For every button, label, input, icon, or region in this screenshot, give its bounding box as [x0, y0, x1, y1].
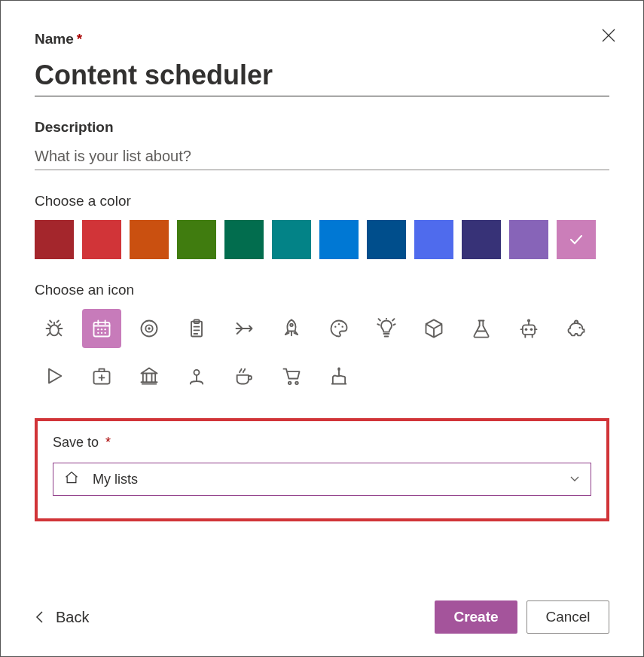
home-icon	[64, 470, 79, 489]
lightbulb-icon	[376, 318, 397, 339]
cake-icon	[328, 365, 349, 387]
cube-icon	[423, 318, 444, 339]
bank-icon	[139, 365, 160, 387]
icon-option-cart-icon[interactable]	[272, 356, 311, 396]
svg-point-24	[295, 382, 298, 385]
required-asterisk: *	[77, 31, 82, 47]
icon-option-map-pin-icon[interactable]	[177, 356, 216, 396]
rocket-icon	[281, 318, 302, 339]
first-aid-icon	[91, 365, 112, 387]
svg-point-23	[288, 382, 291, 385]
cart-icon	[281, 365, 302, 387]
name-input[interactable]	[35, 55, 609, 96]
icon-option-airplane-icon[interactable]	[224, 309, 264, 348]
icon-option-piggy-bank-icon[interactable]	[557, 309, 596, 348]
color-swatch-teal[interactable]	[272, 220, 311, 259]
create-button[interactable]: Create	[435, 600, 517, 634]
icon-option-cake-icon[interactable]	[319, 356, 359, 396]
save-to-value: My lists	[93, 472, 138, 487]
icon-option-target-icon[interactable]	[130, 309, 169, 348]
svg-point-3	[101, 328, 102, 330]
cancel-button[interactable]: Cancel	[526, 600, 609, 634]
create-list-dialog: Name* Description Choose a color Choose …	[0, 0, 644, 657]
icon-option-robot-icon[interactable]	[509, 309, 548, 348]
icon-option-clipboard-icon[interactable]	[177, 309, 216, 348]
svg-point-13	[290, 324, 293, 327]
color-swatch-green[interactable]	[177, 220, 216, 259]
svg-point-7	[105, 332, 106, 334]
color-swatch-dark-red[interactable]	[35, 220, 74, 259]
icon-option-palette-icon[interactable]	[319, 309, 359, 348]
save-to-dropdown[interactable]: My lists	[53, 463, 591, 496]
required-asterisk: *	[102, 435, 111, 450]
color-swatch-purple[interactable]	[509, 220, 548, 259]
icon-option-bug-icon[interactable]	[35, 309, 74, 348]
target-icon	[139, 318, 160, 339]
svg-point-10	[148, 327, 151, 330]
svg-point-6	[101, 332, 102, 334]
icon-option-play-icon[interactable]	[35, 356, 74, 396]
svg-point-2	[97, 328, 99, 330]
close-button[interactable]	[595, 22, 622, 49]
bug-icon	[44, 318, 65, 339]
color-swatch-navy[interactable]	[462, 220, 501, 259]
icon-option-lightbulb-icon[interactable]	[367, 309, 406, 348]
flask-icon	[471, 318, 492, 339]
dialog-footer: Back Create Cancel	[35, 600, 609, 634]
description-label: Description	[35, 119, 609, 136]
button-row: Create Cancel	[435, 600, 609, 634]
svg-rect-17	[523, 325, 535, 335]
save-to-highlight: Save to * My lists	[35, 418, 609, 521]
icon-option-rocket-icon[interactable]	[272, 309, 311, 348]
color-swatch-pink[interactable]	[557, 220, 596, 259]
color-section-label: Choose a color	[35, 193, 609, 209]
name-field-group: Name*	[35, 31, 609, 96]
svg-point-18	[525, 328, 528, 331]
map-pin-icon	[186, 365, 207, 387]
name-label: Name*	[35, 31, 609, 47]
color-swatch-blue[interactable]	[319, 220, 359, 259]
svg-point-15	[338, 323, 340, 325]
icon-option-bank-icon[interactable]	[130, 356, 169, 396]
icon-grid	[35, 309, 609, 396]
color-swatch-orange[interactable]	[130, 220, 169, 259]
play-icon	[44, 365, 65, 387]
coffee-icon	[233, 365, 255, 387]
icon-section-label: Choose an icon	[35, 282, 609, 298]
piggy-bank-icon	[566, 318, 587, 339]
icon-option-flask-icon[interactable]	[462, 309, 501, 348]
color-swatch-row	[35, 220, 609, 259]
svg-point-4	[105, 328, 106, 330]
palette-icon	[328, 318, 349, 339]
icon-option-calendar-icon[interactable]	[82, 309, 121, 348]
svg-point-22	[194, 370, 200, 375]
color-swatch-dark-blue[interactable]	[367, 220, 406, 259]
icon-option-cube-icon[interactable]	[414, 309, 453, 348]
chevron-down-icon	[569, 472, 580, 487]
svg-point-16	[342, 326, 343, 328]
color-swatch-red[interactable]	[82, 220, 121, 259]
airplane-icon	[233, 318, 255, 339]
icon-option-coffee-icon[interactable]	[224, 356, 264, 396]
svg-point-5	[97, 332, 99, 334]
color-section: Choose a color	[35, 193, 609, 259]
back-label: Back	[56, 609, 89, 626]
description-input[interactable]	[35, 143, 609, 170]
description-field-group: Description	[35, 119, 609, 170]
color-swatch-periwinkle[interactable]	[414, 220, 453, 259]
back-button[interactable]: Back	[35, 609, 89, 626]
icon-option-first-aid-icon[interactable]	[82, 356, 121, 396]
robot-icon	[518, 318, 539, 339]
close-icon	[602, 29, 615, 42]
clipboard-icon	[186, 318, 207, 339]
svg-point-20	[579, 327, 581, 328]
save-to-label: Save to *	[53, 435, 591, 451]
color-swatch-dark-teal[interactable]	[224, 220, 264, 259]
chevron-left-icon	[35, 610, 45, 624]
svg-point-19	[530, 328, 533, 331]
svg-point-14	[334, 326, 336, 328]
icon-section: Choose an icon	[35, 282, 609, 396]
calendar-icon	[91, 318, 112, 339]
